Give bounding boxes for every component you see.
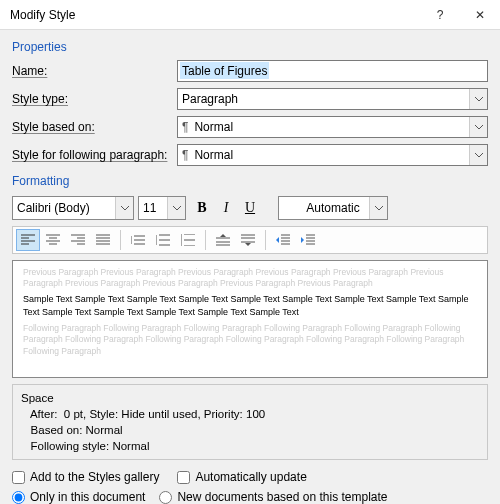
chevron-down-icon [167,197,185,219]
chevron-down-icon [115,197,133,219]
close-button[interactable]: ✕ [460,0,500,30]
based-on-label: Style based on: [12,120,177,134]
style-type-label: Style type: [12,92,177,106]
name-label: Name: [12,64,177,78]
font-size-combo[interactable]: 11 [138,196,186,220]
following-select[interactable]: ¶ Normal [177,144,488,166]
line-spacing-1-button[interactable] [126,229,150,251]
add-to-gallery-checkbox[interactable]: Add to the Styles gallery [12,470,159,484]
preview-before: Previous Paragraph Previous Paragraph Pr… [23,267,477,290]
chevron-down-icon [369,197,387,219]
align-left-button[interactable] [16,229,40,251]
new-documents-radio[interactable]: New documents based on this template [159,490,387,504]
dialog-body: Properties Name: Table of Figures Style … [0,30,500,504]
space-before-decrease-button[interactable] [236,229,260,251]
preview-sample: Sample Text Sample Text Sample Text Samp… [23,293,477,320]
line-spacing-2-button[interactable] [176,229,200,251]
chevron-down-icon [469,117,487,137]
title-bar: Modify Style ? ✕ [0,0,500,30]
decrease-indent-button[interactable] [271,229,295,251]
only-in-document-radio[interactable]: Only in this document [12,490,145,504]
style-description: Space After: 0 pt, Style: Hide until use… [12,384,488,460]
chevron-down-icon [469,145,487,165]
auto-update-checkbox[interactable]: Automatically update [177,470,306,484]
align-center-button[interactable] [41,229,65,251]
help-button[interactable]: ? [420,0,460,30]
line-spacing-1.5-button[interactable] [151,229,175,251]
bold-button[interactable]: B [190,196,214,220]
font-color-combo[interactable]: Automatic [278,196,388,220]
align-right-button[interactable] [66,229,90,251]
following-label: Style for following paragraph: [12,148,177,162]
style-type-select[interactable]: Paragraph [177,88,488,110]
font-combo[interactable]: Calibri (Body) [12,196,134,220]
preview-after: Following Paragraph Following Paragraph … [23,323,477,357]
underline-button[interactable]: U [238,196,262,220]
name-input[interactable] [177,60,488,82]
italic-button[interactable]: I [214,196,238,220]
preview-pane: Previous Paragraph Previous Paragraph Pr… [12,260,488,378]
formatting-label: Formatting [12,174,488,188]
based-on-select[interactable]: ¶ Normal [177,116,488,138]
paragraph-toolbar [12,226,488,254]
dialog-title: Modify Style [10,8,420,22]
space-before-increase-button[interactable] [211,229,235,251]
pilcrow-icon: ¶ [182,148,188,162]
pilcrow-icon: ¶ [182,120,188,134]
chevron-down-icon [469,89,487,109]
properties-label: Properties [12,40,488,54]
increase-indent-button[interactable] [296,229,320,251]
align-justify-button[interactable] [91,229,115,251]
